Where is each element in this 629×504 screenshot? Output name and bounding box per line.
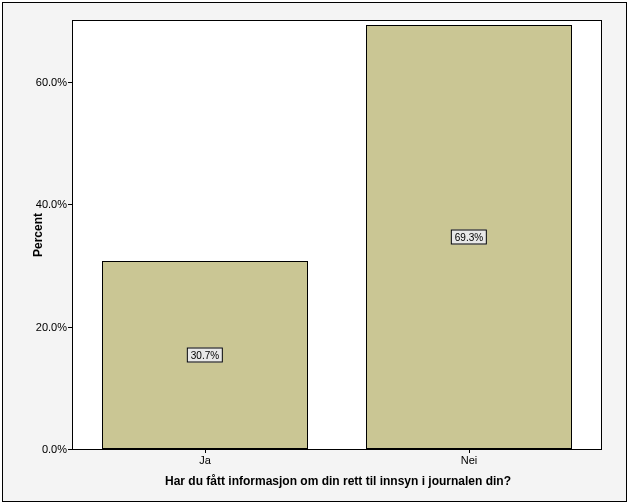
bar-label-nei: 69.3% — [451, 230, 487, 245]
y-tick-mark — [68, 327, 72, 328]
y-tick-label: 60.0% — [36, 76, 67, 88]
x-tick-label: Nei — [461, 454, 478, 466]
y-tick-label: 20.0% — [36, 321, 67, 333]
y-tick-label: 40.0% — [36, 198, 67, 210]
x-tick-mark — [469, 449, 470, 453]
y-tick-label: 0.0% — [42, 443, 67, 455]
x-tick-mark — [205, 449, 206, 453]
chart-container: 30.7% 69.3% 0.0%20.0%40.0%60.0% JaNei Pe… — [0, 0, 629, 504]
x-axis-title: Har du fått informasjon om din rett til … — [73, 474, 603, 488]
x-tick-label: Ja — [199, 454, 211, 466]
y-tick-mark — [68, 204, 72, 205]
plot-area: 30.7% 69.3% — [72, 20, 602, 450]
bar-ja: 30.7% — [102, 261, 308, 449]
y-tick-mark — [68, 449, 72, 450]
bar-nei: 69.3% — [366, 25, 572, 449]
y-tick-mark — [68, 82, 72, 83]
y-axis-title: Percent — [31, 213, 45, 257]
bar-label-ja: 30.7% — [187, 348, 223, 363]
